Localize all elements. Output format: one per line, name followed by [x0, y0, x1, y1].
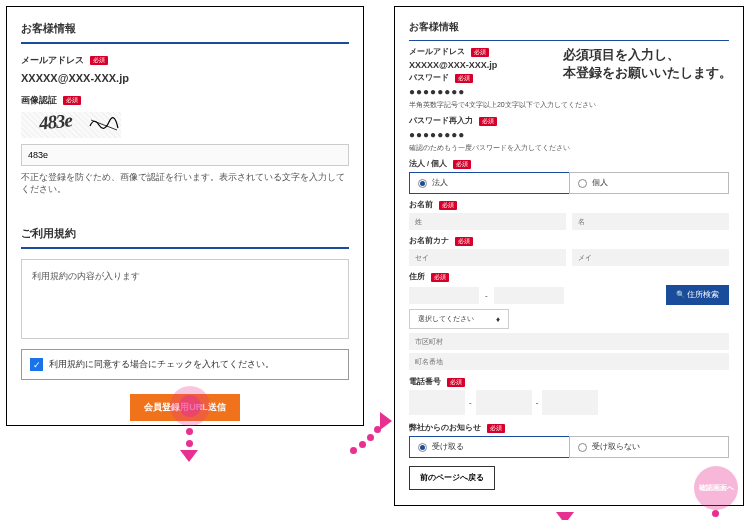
required-badge: 必須 — [453, 160, 471, 169]
required-badge: 必須 — [90, 56, 108, 65]
prefecture-select[interactable]: 選択してください ♦ — [409, 309, 509, 329]
radio-icon-selected — [418, 443, 427, 452]
required-badge: 必須 — [487, 424, 505, 433]
captcha-image: 483e — [21, 112, 121, 138]
password-confirm-input[interactable]: ●●●●●●●● — [409, 129, 729, 140]
arrow-down-icon — [180, 450, 198, 462]
captcha-text: 483e — [38, 112, 73, 135]
back-button[interactable]: 前のページへ戻る — [409, 466, 495, 490]
email-label: メールアドレス — [21, 54, 84, 67]
postal-code-1-input[interactable] — [409, 287, 479, 304]
instruction-callout: 必須項目を入力し、 本登録をお願いいたします。 — [563, 46, 732, 82]
entity-label: 法人 / 個人 — [409, 159, 447, 169]
tel-2-input[interactable] — [476, 390, 532, 415]
radio-icon — [578, 179, 587, 188]
arrow-down-icon — [556, 512, 574, 520]
password-input[interactable]: ●●●●●●●● — [409, 86, 729, 97]
last-name-kana-input[interactable] — [409, 249, 566, 266]
email-label: メールアドレス — [409, 47, 465, 57]
radio-subscribe[interactable]: 受け取る — [409, 436, 570, 458]
captcha-input[interactable] — [21, 144, 349, 166]
registration-step1-panel: お客様情報 メールアドレス 必須 XXXXX@XXX-XXX.jp 画像認証 必… — [6, 6, 364, 426]
agree-checkbox-row[interactable]: ✓ 利用規約に同意する場合にチェックを入れてください。 — [21, 349, 349, 380]
required-badge: 必須 — [447, 378, 465, 387]
email-label-row: メールアドレス 必須 — [21, 54, 349, 67]
captcha-label: 画像認証 — [21, 94, 57, 107]
tel-3-input[interactable] — [542, 390, 598, 415]
confirm-button-label: 確認画面へ — [699, 483, 734, 493]
customer-info-heading: お客様情報 — [21, 21, 349, 36]
radio-unsubscribe[interactable]: 受け取らない — [569, 436, 730, 458]
password-helper: 半角英数字記号で4文字以上20文字以下で入力してください — [409, 100, 729, 110]
entity-radio-group: 法人 個人 — [409, 172, 729, 194]
radio-icon-selected — [418, 179, 427, 188]
divider — [21, 42, 349, 44]
required-badge: 必須 — [479, 117, 497, 126]
checkbox-checked-icon[interactable]: ✓ — [30, 358, 43, 371]
search-icon: 🔍 — [676, 290, 685, 299]
city-input[interactable] — [409, 333, 729, 350]
tel-label: 電話番号 — [409, 377, 441, 387]
highlight-circle-icon — [170, 386, 210, 426]
name-label: お名前 — [409, 200, 433, 210]
radio-individual[interactable]: 個人 — [569, 172, 730, 194]
password-confirm-label: パスワード再入力 — [409, 116, 473, 126]
required-badge: 必須 — [455, 74, 473, 83]
agree-text: 利用規約に同意する場合にチェックを入れてください。 — [49, 358, 274, 371]
radio-icon — [578, 443, 587, 452]
news-label: 弊社からのお知らせ — [409, 423, 481, 433]
customer-info-heading: お客様情報 — [409, 21, 729, 34]
email-value: XXXXX@XXX-XXX.jp — [21, 72, 349, 84]
terms-textarea[interactable]: 利用規約の内容が入ります — [21, 259, 349, 339]
first-name-input[interactable] — [572, 213, 729, 230]
last-name-input[interactable] — [409, 213, 566, 230]
tel-1-input[interactable] — [409, 390, 465, 415]
required-badge: 必須 — [455, 237, 473, 246]
address-search-button[interactable]: 🔍 住所検索 — [666, 285, 729, 305]
captcha-label-row: 画像認証 必須 — [21, 94, 349, 107]
password-confirm-helper: 確認のためもう一度パスワードを入力してください — [409, 143, 729, 153]
arrow-right-icon — [380, 412, 392, 430]
password-label: パスワード — [409, 73, 449, 83]
divider — [409, 40, 729, 41]
terms-heading: ご利用規約 — [21, 226, 349, 241]
first-name-kana-input[interactable] — [572, 249, 729, 266]
radio-corporate[interactable]: 法人 — [409, 172, 570, 194]
required-badge: 必須 — [431, 273, 449, 282]
street-input[interactable] — [409, 353, 729, 370]
captcha-helper: 不正な登録を防ぐため、画像で認証を行います。表示されている文字を入力してください… — [21, 172, 349, 196]
required-badge: 必須 — [471, 48, 489, 57]
required-badge: 必須 — [439, 201, 457, 210]
postal-code-2-input[interactable] — [494, 287, 564, 304]
kana-label: お名前カナ — [409, 236, 449, 246]
postal-dash: - — [485, 291, 488, 300]
captcha-noise-icon — [89, 116, 119, 132]
confirm-button-highlight[interactable]: 確認画面へ — [694, 466, 738, 510]
select-sort-icon: ♦ — [496, 315, 500, 324]
address-label: 住所 — [409, 272, 425, 282]
divider — [21, 247, 349, 249]
required-badge: 必須 — [63, 96, 81, 105]
news-radio-group: 受け取る 受け取らない — [409, 436, 729, 458]
